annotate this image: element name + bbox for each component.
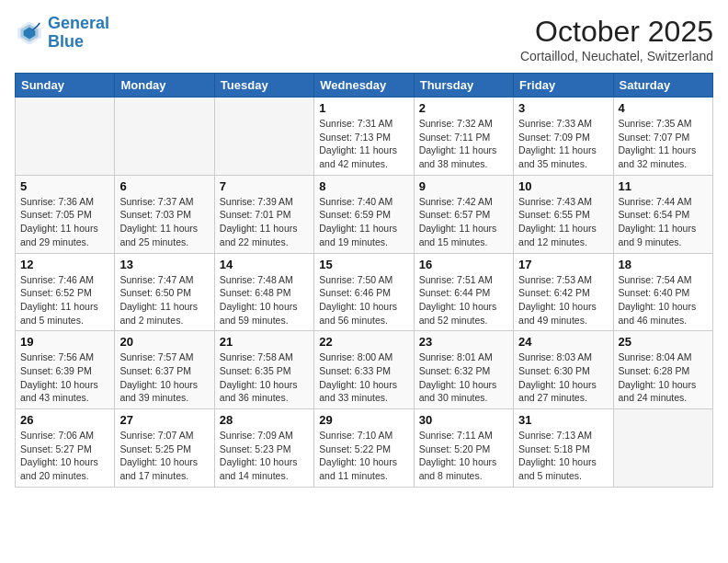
calendar-day-cell: 25Sunrise: 8:04 AMSunset: 6:28 PMDayligh…: [613, 331, 712, 409]
calendar-day-cell: 19Sunrise: 7:56 AMSunset: 6:39 PMDayligh…: [16, 331, 115, 409]
calendar-day-cell: 28Sunrise: 7:09 AMSunset: 5:23 PMDayligh…: [214, 409, 313, 488]
calendar-day-cell: 23Sunrise: 8:01 AMSunset: 6:32 PMDayligh…: [414, 331, 513, 409]
day-number: 11: [619, 179, 708, 193]
day-number: 4: [619, 101, 708, 115]
calendar-week-row: 19Sunrise: 7:56 AMSunset: 6:39 PMDayligh…: [16, 331, 713, 409]
day-number: 23: [419, 335, 508, 349]
calendar-day-cell: 16Sunrise: 7:51 AMSunset: 6:44 PMDayligh…: [414, 253, 513, 331]
logo-text: General Blue: [48, 15, 109, 52]
calendar-day-cell: 13Sunrise: 7:47 AMSunset: 6:50 PMDayligh…: [115, 253, 214, 331]
day-number: 29: [319, 413, 408, 427]
weekday-header: Monday: [115, 74, 214, 98]
calendar-day-cell: [214, 98, 313, 176]
day-number: 21: [220, 335, 309, 349]
day-detail: Sunrise: 7:06 AMSunset: 5:27 PMDaylight:…: [20, 429, 109, 483]
calendar-day-cell: 29Sunrise: 7:10 AMSunset: 5:22 PMDayligh…: [314, 409, 414, 488]
calendar-day-cell: 20Sunrise: 7:57 AMSunset: 6:37 PMDayligh…: [115, 331, 214, 409]
day-number: 16: [419, 258, 508, 271]
day-detail: Sunrise: 7:36 AMSunset: 7:05 PMDaylight:…: [20, 195, 109, 249]
page-header: General Blue October 2025 Cortaillod, Ne…: [15, 15, 713, 63]
day-detail: Sunrise: 7:33 AMSunset: 7:09 PMDaylight:…: [518, 117, 608, 171]
calendar-day-cell: 3Sunrise: 7:33 AMSunset: 7:09 PMDaylight…: [514, 98, 613, 176]
day-number: 15: [319, 258, 408, 271]
day-number: 7: [220, 179, 309, 193]
day-number: 22: [319, 335, 408, 349]
day-detail: Sunrise: 7:48 AMSunset: 6:48 PMDaylight:…: [220, 273, 309, 327]
calendar-table: SundayMondayTuesdayWednesdayThursdayFrid…: [15, 73, 713, 488]
logo: General Blue: [15, 15, 109, 52]
location-subtitle: Cortaillod, Neuchatel, Switzerland: [520, 49, 713, 63]
weekday-header: Sunday: [16, 74, 115, 98]
calendar-week-row: 12Sunrise: 7:46 AMSunset: 6:52 PMDayligh…: [16, 253, 713, 331]
day-detail: Sunrise: 7:42 AMSunset: 6:57 PMDaylight:…: [419, 195, 508, 249]
day-number: 31: [518, 413, 608, 427]
day-number: 28: [220, 413, 309, 427]
day-detail: Sunrise: 7:37 AMSunset: 7:03 PMDaylight:…: [119, 195, 209, 249]
day-detail: Sunrise: 7:13 AMSunset: 5:18 PMDaylight:…: [518, 429, 608, 483]
day-detail: Sunrise: 7:43 AMSunset: 6:55 PMDaylight:…: [518, 195, 608, 249]
logo-line2: Blue: [48, 32, 84, 51]
day-detail: Sunrise: 7:39 AMSunset: 7:01 PMDaylight:…: [220, 195, 309, 249]
day-detail: Sunrise: 8:00 AMSunset: 6:33 PMDaylight:…: [319, 350, 408, 405]
calendar-day-cell: [16, 98, 115, 176]
calendar-day-cell: 22Sunrise: 8:00 AMSunset: 6:33 PMDayligh…: [314, 331, 414, 409]
calendar-day-cell: 31Sunrise: 7:13 AMSunset: 5:18 PMDayligh…: [514, 409, 613, 488]
day-number: 10: [518, 179, 608, 193]
calendar-day-cell: [613, 409, 712, 488]
day-number: 17: [518, 258, 608, 271]
day-number: 19: [20, 335, 109, 349]
weekday-header: Thursday: [414, 74, 513, 98]
day-number: 24: [518, 335, 608, 349]
day-detail: Sunrise: 7:50 AMSunset: 6:46 PMDaylight:…: [319, 273, 408, 327]
day-detail: Sunrise: 7:35 AMSunset: 7:07 PMDaylight:…: [619, 117, 708, 171]
day-detail: Sunrise: 7:56 AMSunset: 6:39 PMDaylight:…: [20, 350, 109, 405]
calendar-day-cell: 5Sunrise: 7:36 AMSunset: 7:05 PMDaylight…: [16, 175, 115, 253]
day-number: 25: [619, 335, 708, 349]
weekday-header: Saturday: [613, 74, 712, 98]
day-detail: Sunrise: 7:53 AMSunset: 6:42 PMDaylight:…: [518, 273, 608, 327]
day-number: 20: [119, 335, 209, 349]
weekday-header: Friday: [514, 74, 613, 98]
day-detail: Sunrise: 7:11 AMSunset: 5:20 PMDaylight:…: [419, 429, 508, 483]
month-title: October 2025: [520, 15, 713, 49]
day-detail: Sunrise: 7:31 AMSunset: 7:13 PMDaylight:…: [319, 117, 408, 171]
day-number: 27: [119, 413, 209, 427]
day-detail: Sunrise: 8:03 AMSunset: 6:30 PMDaylight:…: [518, 350, 608, 405]
day-number: 26: [20, 413, 109, 427]
day-detail: Sunrise: 7:47 AMSunset: 6:50 PMDaylight:…: [119, 273, 209, 327]
calendar-day-cell: 30Sunrise: 7:11 AMSunset: 5:20 PMDayligh…: [414, 409, 513, 488]
calendar-day-cell: 27Sunrise: 7:07 AMSunset: 5:25 PMDayligh…: [115, 409, 214, 488]
calendar-day-cell: 10Sunrise: 7:43 AMSunset: 6:55 PMDayligh…: [514, 175, 613, 253]
day-detail: Sunrise: 7:58 AMSunset: 6:35 PMDaylight:…: [220, 350, 309, 405]
calendar-day-cell: 7Sunrise: 7:39 AMSunset: 7:01 PMDaylight…: [214, 175, 313, 253]
day-detail: Sunrise: 7:40 AMSunset: 6:59 PMDaylight:…: [319, 195, 408, 249]
calendar-week-row: 5Sunrise: 7:36 AMSunset: 7:05 PMDaylight…: [16, 175, 713, 253]
logo-line1: General: [48, 14, 109, 32]
day-number: 9: [419, 179, 508, 193]
weekday-header: Wednesday: [314, 74, 414, 98]
calendar-day-cell: 11Sunrise: 7:44 AMSunset: 6:54 PMDayligh…: [613, 175, 712, 253]
calendar-day-cell: 18Sunrise: 7:54 AMSunset: 6:40 PMDayligh…: [613, 253, 712, 331]
day-detail: Sunrise: 7:09 AMSunset: 5:23 PMDaylight:…: [220, 429, 309, 483]
day-detail: Sunrise: 7:51 AMSunset: 6:44 PMDaylight:…: [419, 273, 508, 327]
day-number: 13: [119, 258, 209, 271]
calendar-week-row: 1Sunrise: 7:31 AMSunset: 7:13 PMDaylight…: [16, 98, 713, 176]
calendar-day-cell: 14Sunrise: 7:48 AMSunset: 6:48 PMDayligh…: [214, 253, 313, 331]
day-detail: Sunrise: 7:10 AMSunset: 5:22 PMDaylight:…: [319, 429, 408, 483]
day-detail: Sunrise: 7:57 AMSunset: 6:37 PMDaylight:…: [119, 350, 209, 405]
day-detail: Sunrise: 7:54 AMSunset: 6:40 PMDaylight:…: [619, 273, 708, 327]
calendar-day-cell: 9Sunrise: 7:42 AMSunset: 6:57 PMDaylight…: [414, 175, 513, 253]
day-number: 18: [619, 258, 708, 271]
calendar-week-row: 26Sunrise: 7:06 AMSunset: 5:27 PMDayligh…: [16, 409, 713, 488]
day-number: 6: [119, 179, 209, 193]
calendar-day-cell: 2Sunrise: 7:32 AMSunset: 7:11 PMDaylight…: [414, 98, 513, 176]
calendar-day-cell: 12Sunrise: 7:46 AMSunset: 6:52 PMDayligh…: [16, 253, 115, 331]
day-number: 3: [518, 101, 608, 115]
weekday-header: Tuesday: [214, 74, 313, 98]
day-detail: Sunrise: 7:46 AMSunset: 6:52 PMDaylight:…: [20, 273, 109, 327]
day-detail: Sunrise: 8:01 AMSunset: 6:32 PMDaylight:…: [419, 350, 508, 405]
calendar-day-cell: 1Sunrise: 7:31 AMSunset: 7:13 PMDaylight…: [314, 98, 414, 176]
calendar-header-row: SundayMondayTuesdayWednesdayThursdayFrid…: [16, 74, 713, 98]
calendar-day-cell: 26Sunrise: 7:06 AMSunset: 5:27 PMDayligh…: [16, 409, 115, 488]
calendar-day-cell: 4Sunrise: 7:35 AMSunset: 7:07 PMDaylight…: [613, 98, 712, 176]
